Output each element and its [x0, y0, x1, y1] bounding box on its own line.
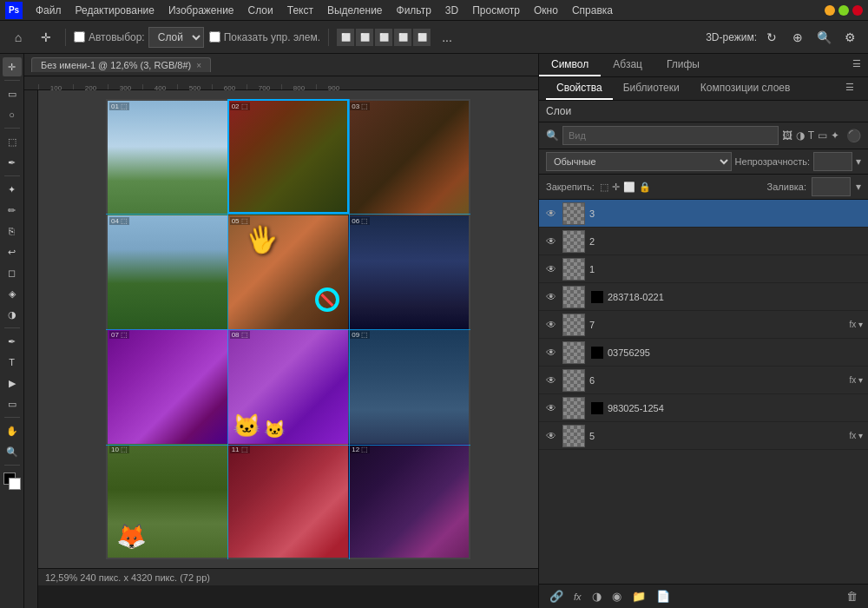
brush-tool[interactable]: ✏	[3, 201, 22, 220]
menu-view[interactable]: Просмотр	[466, 3, 526, 18]
add-mask-button[interactable]: ◑	[589, 588, 605, 605]
autoselect-dropdown[interactable]: Слой	[148, 27, 204, 48]
lasso-tool[interactable]: ○	[3, 105, 22, 124]
layer-visibility-1[interactable]: 👁	[544, 263, 558, 275]
layers-search-input[interactable]	[562, 126, 779, 145]
adjustment-layer-button[interactable]: ◉	[608, 588, 625, 605]
canvas-scroll-area[interactable]: 01 ⬚ 02 ⬚ 03 ⬚ 04	[38, 90, 538, 608]
filter-icon-img[interactable]: 🖼	[782, 129, 792, 142]
subtab-properties[interactable]: Свойства	[546, 77, 613, 100]
menu-layers[interactable]: Слои	[242, 3, 279, 18]
shape-tool[interactable]: ▭	[3, 394, 22, 413]
lock-checkerboard-icon[interactable]: ⬚	[600, 182, 608, 193]
layer-item-2[interactable]: 👁 2	[539, 228, 868, 255]
lock-artboard-icon[interactable]: ⬜	[623, 182, 635, 193]
layer-item-6[interactable]: 👁 6 fx ▾	[539, 367, 868, 394]
gradient-tool[interactable]: ◈	[3, 284, 22, 303]
filter-toggle[interactable]: ⚫	[846, 129, 861, 142]
subtab-libraries[interactable]: Библиотеки	[613, 77, 690, 100]
lock-all-icon[interactable]: 🔒	[639, 182, 651, 193]
filter-icon-type[interactable]: T	[808, 129, 814, 142]
doc-tab-close[interactable]: ×	[196, 61, 201, 70]
tab-paragraph[interactable]: Абзац	[601, 54, 654, 76]
filter-icon-adj[interactable]: ◑	[796, 129, 805, 142]
menu-text[interactable]: Текст	[281, 3, 319, 18]
delete-layer-button[interactable]: 🗑	[843, 588, 861, 605]
fill-chevron[interactable]: ▾	[856, 181, 861, 193]
layer-item-1[interactable]: 👁 1	[539, 255, 868, 283]
filter-icon-smart[interactable]: ✦	[831, 129, 839, 142]
menu-filter[interactable]: Фильтр	[391, 3, 437, 18]
zoom-tool[interactable]: 🔍	[3, 442, 22, 461]
clone-tool[interactable]: ⎘	[3, 221, 22, 241]
lock-move-icon[interactable]: ✛	[612, 182, 620, 193]
home-button[interactable]: ⌂	[7, 26, 30, 49]
layer-visibility-2[interactable]: 👁	[544, 235, 558, 248]
color-picker[interactable]	[3, 473, 21, 490]
crop-tool[interactable]: ⬚	[3, 132, 22, 151]
maximize-button[interactable]	[838, 5, 849, 16]
menu-help[interactable]: Справка	[566, 3, 619, 18]
layer-visibility-983025[interactable]: 👁	[544, 402, 558, 414]
show-controls-checkbox[interactable]	[209, 31, 220, 43]
doc-tab[interactable]: Без имени-1 @ 12,6% (3, RGB/8#) ×	[31, 57, 211, 72]
align-left-button[interactable]: ⬜	[337, 29, 354, 46]
layer-visibility-6[interactable]: 👁	[544, 374, 558, 387]
move-tool-button[interactable]: ✛	[35, 26, 57, 49]
align-top-button[interactable]: ⬜	[394, 29, 411, 46]
menu-image[interactable]: Изображение	[162, 3, 240, 18]
hand-tool[interactable]: ✋	[3, 421, 22, 440]
dodge-tool[interactable]: ◑	[3, 305, 22, 324]
type-tool[interactable]: T	[3, 353, 22, 372]
menu-window[interactable]: Окно	[528, 3, 564, 18]
layer-visibility-5[interactable]: 👁	[544, 430, 558, 442]
3d-pan-button[interactable]: ⊕	[786, 26, 809, 49]
pen-tool[interactable]: ✒	[3, 332, 22, 351]
layer-item-983025[interactable]: 👁 983025-1254	[539, 394, 868, 422]
3d-rotate-button[interactable]: ↻	[760, 26, 783, 49]
selection-tool[interactable]: ▭	[3, 84, 22, 103]
new-layer-button[interactable]: 📄	[653, 588, 674, 605]
blend-mode-dropdown[interactable]: Обычные	[546, 152, 732, 171]
eyedropper-tool[interactable]: ✒	[3, 153, 22, 172]
filter-icon-shape[interactable]: ▭	[818, 129, 827, 142]
link-layers-button[interactable]: 🔗	[546, 588, 567, 605]
layer-visibility-3[interactable]: 👁	[544, 208, 558, 220]
align-center-button[interactable]: ⬜	[356, 29, 373, 46]
move-tool[interactable]: ✛	[3, 57, 22, 76]
panel-options-icon[interactable]: ☰	[845, 54, 868, 76]
minimize-button[interactable]	[825, 5, 835, 16]
opacity-chevron[interactable]: ▾	[856, 155, 861, 168]
background-color[interactable]	[9, 478, 21, 490]
menu-3d[interactable]: 3D	[439, 3, 464, 18]
more-options-button[interactable]: ...	[436, 26, 458, 49]
group-layers-button[interactable]: 📁	[628, 588, 649, 605]
layer-item-283718[interactable]: 👁 283718-0221	[539, 283, 868, 311]
layer-visibility-7[interactable]: 👁	[544, 319, 558, 331]
opacity-input[interactable]: 100%	[813, 152, 852, 171]
tab-glyphs[interactable]: Глифы	[654, 54, 712, 76]
3d-settings-button[interactable]: ⚙	[838, 26, 861, 49]
autoselect-checkbox[interactable]	[74, 31, 85, 43]
eraser-tool[interactable]: ◻	[3, 263, 22, 282]
fill-input[interactable]: 100%	[812, 177, 851, 196]
align-right-button[interactable]: ⬜	[375, 29, 392, 46]
subtab-compositions[interactable]: Композиции слоев	[690, 77, 801, 100]
layer-item-03756295[interactable]: 👁 03756295	[539, 339, 868, 367]
layer-item-7[interactable]: 👁 7 fx ▾	[539, 311, 868, 339]
align-middle-button[interactable]: ⬜	[413, 29, 431, 46]
close-button[interactable]	[852, 5, 863, 16]
fx-button[interactable]: fx	[570, 590, 585, 604]
spot-heal-tool[interactable]: ✦	[3, 180, 22, 199]
layer-visibility-283718[interactable]: 👁	[544, 291, 558, 303]
3d-zoom-button[interactable]: 🔍	[812, 26, 835, 49]
sub-panel-options[interactable]: ☰	[838, 77, 861, 100]
layer-visibility-03756295[interactable]: 👁	[544, 347, 558, 359]
layer-item-3[interactable]: 👁 3	[539, 200, 868, 228]
layer-item-5[interactable]: 👁 5 fx ▾	[539, 422, 868, 450]
menu-edit[interactable]: Редактирование	[69, 3, 161, 18]
menu-file[interactable]: Файл	[30, 3, 68, 18]
tab-symbol[interactable]: Символ	[539, 54, 601, 76]
history-brush-tool[interactable]: ↩	[3, 242, 22, 261]
menu-select[interactable]: Выделение	[321, 3, 389, 18]
